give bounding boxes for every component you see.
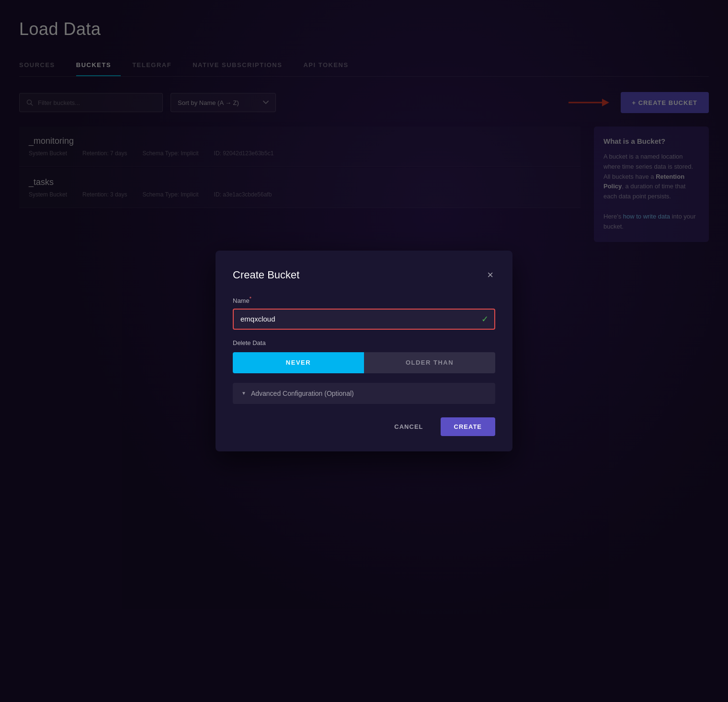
create-bucket-modal: Create Bucket × Name* ✓ Delete Data NEVE… <box>216 251 512 451</box>
modal-footer: CANCEL CREATE <box>233 417 495 436</box>
modal-title: Create Bucket <box>233 269 299 281</box>
advanced-config-label: Advanced Configuration (Optional) <box>251 390 354 397</box>
toggle-older-than-button[interactable]: OLDER THAN <box>364 352 495 373</box>
name-input-wrap: ✓ <box>233 309 495 330</box>
bucket-name-input[interactable] <box>233 309 495 330</box>
advanced-config-section[interactable]: ▼ Advanced Configuration (Optional) <box>233 383 495 404</box>
check-icon: ✓ <box>481 314 489 324</box>
modal-close-button[interactable]: × <box>485 268 495 282</box>
delete-data-label: Delete Data <box>233 339 495 346</box>
retention-toggle-group: NEVER OLDER THAN <box>233 352 495 373</box>
name-label: Name* <box>233 296 495 304</box>
triangle-icon: ▼ <box>241 391 246 396</box>
cancel-button[interactable]: CANCEL <box>387 418 431 435</box>
create-button[interactable]: CREATE <box>441 417 495 436</box>
modal-overlay: Create Bucket × Name* ✓ Delete Data NEVE… <box>0 0 728 702</box>
toggle-never-button[interactable]: NEVER <box>233 352 364 373</box>
modal-header: Create Bucket × <box>233 268 495 282</box>
